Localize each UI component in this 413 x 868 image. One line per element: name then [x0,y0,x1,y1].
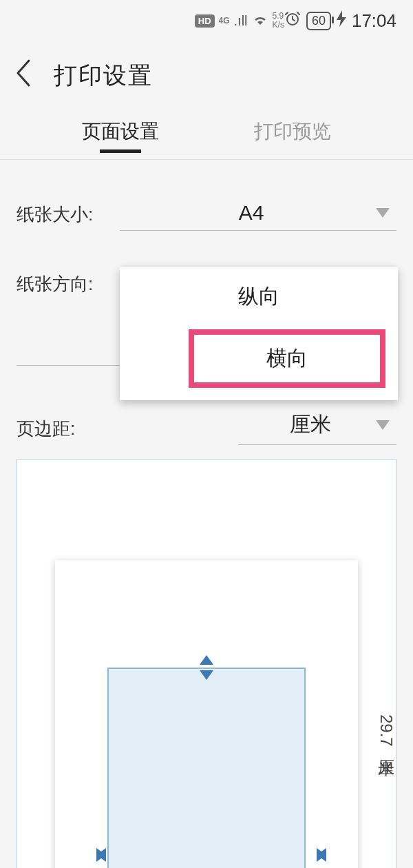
charging-icon [337,10,346,31]
hd-icon: HD [195,14,215,28]
margin-handle-top-down-icon[interactable] [200,670,213,680]
margin-box[interactable] [107,668,306,868]
dropdown-option-landscape[interactable]: 横向 [189,329,385,388]
margin-label: 页边距: [17,417,120,445]
wifi-icon [252,12,268,30]
paper-size-select[interactable]: A4 [120,201,396,231]
title-bar: 打印设置 [0,41,413,110]
row-paper-size: 纸张大小: A4 [17,201,396,231]
paper-orientation-label: 纸张方向: [17,272,120,300]
tabs: 页面设置 打印预览 [0,110,413,160]
page-height-label: 29.7厘米 [375,714,396,747]
signal-4g-icon: 4G [219,16,230,25]
margin-handle-top-up-icon[interactable] [200,655,213,665]
battery-icon: 60 [306,12,331,30]
clock-time: 17:04 [352,10,396,32]
network-speed: 5.9 K/s [273,12,284,29]
paper-size-value: A4 [127,201,376,225]
status-bar: HD 4G .ıll 5.9 K/s 60 17:04 [0,0,413,41]
back-icon[interactable] [14,58,33,94]
caret-right-icon [317,848,326,862]
paper-size-label: 纸张大小: [17,203,120,231]
page-title: 打印设置 [54,60,153,92]
alarm-icon [284,10,301,31]
chevron-down-icon [376,208,390,218]
row-margin: 页边距: 厘米 [0,411,413,445]
signal-icon: .ıll [234,13,248,29]
orientation-dropdown: 纵向 横向 [120,267,398,400]
preview-page [55,560,358,868]
margin-preview: 29.7厘米 [17,459,396,868]
tab-print-preview[interactable]: 打印预览 [206,118,379,152]
margin-unit-select[interactable]: 厘米 [238,411,396,445]
chevron-down-icon [376,420,390,430]
dropdown-option-portrait[interactable]: 纵向 [120,267,398,326]
caret-right-icon [96,848,106,862]
margin-unit-value: 厘米 [245,411,376,439]
tab-page-setup[interactable]: 页面设置 [34,118,206,152]
